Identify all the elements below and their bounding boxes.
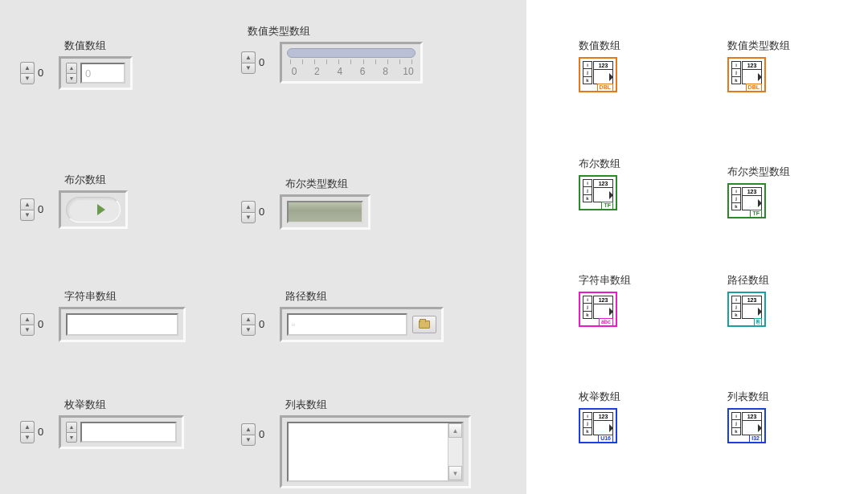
bd-numeric-array[interactable]: 数值数组 ijk 123 DBL: [579, 39, 620, 92]
down-arrow-icon[interactable]: ▼: [241, 212, 256, 224]
bd-enum-array-label: 枚举数组: [579, 390, 620, 404]
toggle-switch[interactable]: [66, 197, 121, 223]
array-icon: ijk 123 abc: [579, 292, 617, 327]
array-icon: ijk 123 I32: [727, 408, 766, 443]
index-value[interactable]: 0: [256, 203, 276, 221]
array-icon: ijk 123 DBL: [727, 57, 766, 92]
bool-indicator[interactable]: [287, 201, 363, 223]
index-value[interactable]: 0: [256, 54, 276, 71]
numeric-array-label: 数值数组: [64, 39, 133, 53]
list-array-label: 列表数组: [285, 398, 471, 412]
index-value[interactable]: 0: [256, 316, 276, 333]
bd-numeric-array-label: 数值数组: [579, 39, 620, 53]
bd-string-array[interactable]: 字符串数组 ijk 123 abc: [579, 273, 631, 327]
bd-numeric-type-array[interactable]: 数值类型数组 ijk 123 DBL: [727, 39, 790, 92]
up-arrow-icon[interactable]: ▲: [20, 198, 35, 210]
index-ijk-icon: ijk: [583, 179, 592, 202]
array-icon: ijk 123 TF: [579, 175, 617, 210]
type-tag: U16: [598, 435, 613, 443]
bd-enum-array[interactable]: 枚举数组 ijk 123 U16: [579, 390, 620, 443]
index-value[interactable]: 0: [35, 201, 55, 218]
scrollbar[interactable]: ▲ ▼: [448, 423, 462, 480]
enum-array-frame: ▲▼: [59, 415, 184, 449]
array-icon: ijk 123 DBL: [579, 57, 617, 92]
down-arrow-icon[interactable]: ▼: [20, 210, 35, 222]
enum-input[interactable]: [80, 422, 177, 443]
path-array-index-spinner[interactable]: ▲▼ 0: [241, 313, 276, 336]
up-arrow-icon[interactable]: ▲: [66, 422, 77, 432]
up-arrow-icon[interactable]: ▲: [20, 421, 35, 432]
down-arrow-icon[interactable]: ▼: [66, 432, 77, 443]
path-input[interactable]: ▫: [287, 313, 407, 336]
index-value[interactable]: 0: [256, 426, 276, 443]
path-array-label: 路径数组: [285, 289, 444, 304]
string-array-frame: [59, 307, 186, 342]
down-arrow-icon[interactable]: ▼: [66, 73, 77, 84]
folder-icon: [419, 320, 430, 329]
path-array-control: 路径数组 ▲▼ 0 ▫: [241, 289, 444, 342]
numeric-input[interactable]: 0: [80, 63, 125, 84]
string-array-index-spinner[interactable]: ▲▼ 0: [20, 313, 55, 336]
index-value[interactable]: 0: [35, 316, 55, 333]
slider-control[interactable]: 0 2 4 6 8 10: [287, 48, 416, 77]
numeric-type-array-frame: 0 2 4 6 8 10: [280, 42, 423, 84]
scroll-track[interactable]: [448, 438, 462, 466]
slider-scale: 0 2 4 6 8 10: [287, 66, 416, 77]
scroll-up-icon[interactable]: ▲: [448, 423, 462, 438]
up-arrow-icon[interactable]: ▲: [241, 201, 256, 212]
bd-bool-array[interactable]: 布尔数组 ijk 123 TF: [579, 157, 620, 210]
up-arrow-icon[interactable]: ▲: [20, 62, 35, 73]
numeric-array-index-spinner[interactable]: ▲ ▼ 0: [20, 62, 55, 84]
bool-type-array-index-spinner[interactable]: ▲▼ 0: [241, 201, 276, 223]
down-arrow-icon[interactable]: ▼: [20, 432, 35, 444]
numeric-array-frame: ▲ ▼ 0: [59, 56, 133, 90]
bd-string-array-label: 字符串数组: [579, 273, 631, 288]
up-arrow-icon[interactable]: ▲: [241, 423, 256, 435]
type-tag: TF: [750, 210, 762, 218]
list-box[interactable]: ▲ ▼: [287, 422, 464, 482]
bd-path-array[interactable]: 路径数组 ijk 123 ⎘: [727, 273, 769, 327]
string-input[interactable]: [66, 313, 178, 336]
up-arrow-icon[interactable]: ▲: [241, 51, 256, 63]
bd-list-array[interactable]: 列表数组 ijk 123 I32: [727, 390, 769, 443]
numeric-array-control: 数值数组 ▲ ▼ 0 ▲ ▼ 0: [20, 39, 133, 90]
down-arrow-icon[interactable]: ▼: [20, 73, 35, 85]
down-arrow-icon[interactable]: ▼: [241, 63, 256, 75]
index-value[interactable]: 0: [35, 64, 55, 82]
enum-array-index-spinner[interactable]: ▲▼ 0: [20, 421, 55, 443]
up-arrow-icon[interactable]: ▲: [66, 63, 77, 73]
down-arrow-icon[interactable]: ▼: [20, 325, 35, 337]
block-diagram: 数值数组 ijk 123 DBL 数值类型数组 ijk 123 DBL 布尔数组…: [526, 0, 868, 494]
scroll-down-icon[interactable]: ▼: [448, 466, 462, 480]
enum-spinner[interactable]: ▲▼: [66, 422, 77, 443]
numeric-type-array-control: 数值类型数组 ▲ ▼ 0 0 2 4 6 8: [241, 24, 423, 84]
list-array-index-spinner[interactable]: ▲▼ 0: [241, 423, 276, 446]
up-arrow-icon[interactable]: ▲: [20, 313, 35, 325]
index-ijk-icon: ijk: [583, 412, 592, 435]
type-tag: DBL: [597, 84, 613, 92]
down-arrow-icon[interactable]: ▼: [241, 325, 256, 337]
index-value[interactable]: 0: [35, 423, 55, 441]
slider-track[interactable]: [287, 48, 416, 58]
bool-array-index-spinner[interactable]: ▲▼ 0: [20, 198, 55, 221]
down-arrow-icon[interactable]: ▼: [241, 435, 256, 447]
string-array-control: 字符串数组 ▲▼ 0: [20, 289, 186, 342]
list-array-control: 列表数组 ▲▼ 0 ▲ ▼: [241, 398, 471, 488]
bool-array-label: 布尔数组: [64, 173, 128, 187]
type-tag: ⎘: [754, 318, 762, 326]
index-ijk-icon: ijk: [731, 296, 741, 319]
value-spinner[interactable]: ▲ ▼: [66, 63, 77, 84]
bd-numeric-type-array-label: 数值类型数组: [727, 39, 790, 53]
browse-button[interactable]: [412, 316, 436, 333]
type-tag: DBL: [746, 84, 762, 92]
bool-type-array-label: 布尔类型数组: [285, 177, 371, 191]
bool-type-array-control: 布尔类型数组 ▲▼ 0: [241, 177, 371, 230]
bd-bool-type-array[interactable]: 布尔类型数组 ijk 123 TF: [727, 165, 790, 218]
enum-array-label: 枚举数组: [64, 398, 184, 412]
type-tag: I32: [749, 435, 762, 443]
bd-bool-array-label: 布尔数组: [579, 157, 620, 171]
up-arrow-icon[interactable]: ▲: [241, 313, 256, 325]
numeric-type-array-index-spinner[interactable]: ▲ ▼ 0: [241, 51, 276, 74]
enum-array-control: 枚举数组 ▲▼ 0 ▲▼: [20, 398, 184, 449]
index-ijk-icon: ijk: [731, 187, 741, 210]
